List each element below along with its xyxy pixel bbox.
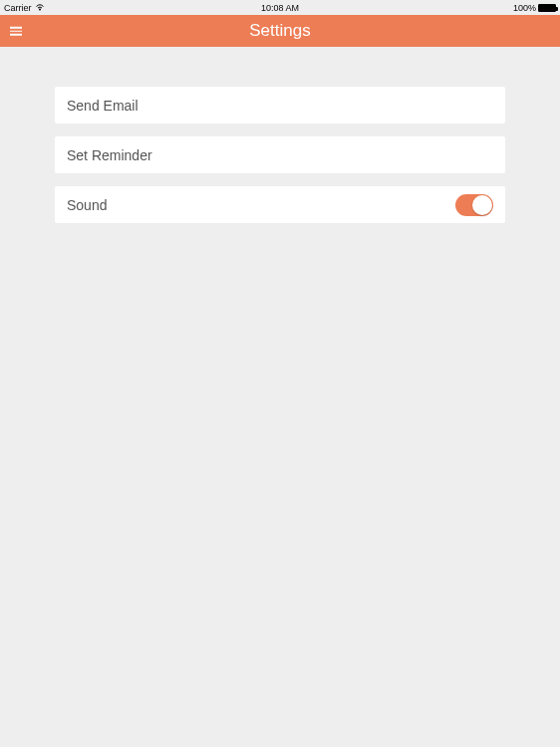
set-reminder-label: Set Reminder xyxy=(67,147,152,163)
svg-point-0 xyxy=(39,8,41,10)
toggle-knob xyxy=(472,195,492,215)
status-bar: Carrier 10:08 AM 100% xyxy=(0,0,560,15)
status-right: 100% xyxy=(513,3,556,13)
wifi-icon xyxy=(35,3,45,13)
status-left: Carrier xyxy=(4,3,45,13)
battery-label: 100% xyxy=(513,3,536,13)
hamburger-menu-icon[interactable] xyxy=(10,27,22,36)
send-email-row[interactable]: Send Email xyxy=(55,87,505,124)
battery-icon xyxy=(538,4,556,12)
status-time: 10:08 AM xyxy=(261,3,299,13)
send-email-label: Send Email xyxy=(67,98,139,114)
set-reminder-row[interactable]: Set Reminder xyxy=(55,136,505,173)
page-title: Settings xyxy=(249,21,310,41)
settings-list: Send Email Set Reminder Sound xyxy=(0,47,560,223)
sound-row: Sound xyxy=(55,186,505,223)
carrier-label: Carrier xyxy=(4,3,32,13)
header: Settings xyxy=(0,15,560,47)
sound-label: Sound xyxy=(67,197,107,213)
sound-toggle[interactable] xyxy=(455,194,493,216)
